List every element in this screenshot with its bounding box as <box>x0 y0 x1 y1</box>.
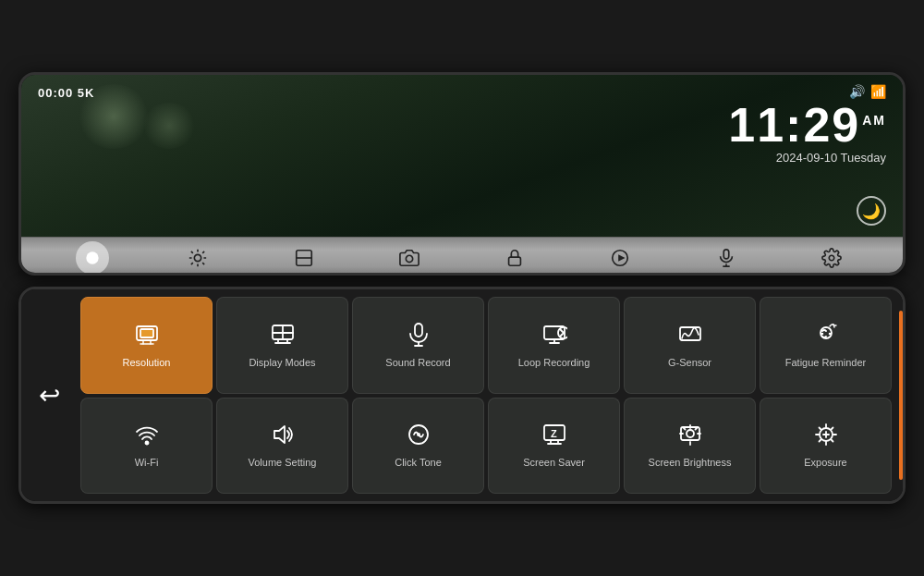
volume-setting-icon <box>270 422 296 451</box>
layout-icon <box>294 248 314 268</box>
top-mirror-device: 00:00 5K 🔊 📶 11:29AM 2024-09-10 Tuesday … <box>18 72 906 276</box>
svg-point-44 <box>417 433 420 436</box>
back-arrow-icon[interactable]: ↩ <box>39 380 60 411</box>
svg-point-19 <box>829 255 834 261</box>
svg-line-63 <box>819 428 821 430</box>
svg-point-0 <box>86 251 98 263</box>
svg-line-66 <box>819 440 821 442</box>
svg-text:Z: Z <box>551 428 557 439</box>
svg-rect-16 <box>723 250 729 259</box>
svg-rect-21 <box>140 329 153 337</box>
speaker-icon: 🔊 <box>849 84 865 99</box>
resolution-label: Resolution <box>123 357 171 369</box>
mirror-screen: 00:00 5K 🔊 📶 11:29AM 2024-09-10 Tuesday … <box>21 75 903 237</box>
wifi-signal-icon: 📶 <box>870 84 886 99</box>
menu-item-exposure[interactable]: Exposure <box>760 398 892 495</box>
screen-brightness-label: Screen Brightness <box>649 457 732 469</box>
mic-button[interactable] <box>710 241 743 275</box>
loop-recording-icon <box>541 322 567 351</box>
resolution-icon <box>134 322 160 351</box>
camera-icon <box>399 248 419 268</box>
display-modes-icon <box>270 322 296 351</box>
layout-button[interactable] <box>287 241 321 275</box>
menu-item-sound-record[interactable]: Sound Record <box>352 297 484 394</box>
menu-item-fatigue-reminder[interactable]: Fatigue Reminder <box>760 297 892 394</box>
exposure-icon <box>813 422 839 451</box>
mirror-toolbar <box>21 237 903 276</box>
fatigue-reminder-label: Fatigue Reminder <box>785 357 866 369</box>
mic-icon <box>716 248 736 268</box>
svg-marker-15 <box>619 254 626 261</box>
svg-line-5 <box>203 263 205 264</box>
menu-item-click-tone[interactable]: Click Tone <box>352 398 484 495</box>
brightness-button[interactable] <box>181 241 214 275</box>
menu-item-g-sensor[interactable]: G-Sensor <box>624 297 756 394</box>
svg-rect-13 <box>509 257 521 265</box>
click-tone-label: Click Tone <box>395 457 442 469</box>
status-icons: 🔊 📶 <box>728 84 886 99</box>
settings-icon <box>821 248 842 268</box>
display-modes-label: Display Modes <box>249 357 315 369</box>
clock-ampm: AM <box>862 113 886 128</box>
exposure-label: Exposure <box>804 457 846 469</box>
night-mode-icon[interactable]: 🌙 <box>857 196 886 226</box>
bottom-menu-device: ↩ Resolution <box>18 287 906 504</box>
svg-line-9 <box>203 251 205 253</box>
menu-item-wifi[interactable]: Wi-Fi <box>80 398 213 495</box>
svg-line-64 <box>831 440 833 442</box>
sound-record-icon <box>406 322 432 351</box>
menu-item-screen-saver[interactable]: Z Screen Saver <box>488 398 620 495</box>
settings-menu-grid: Resolution Display Modes <box>77 289 895 501</box>
loop-recording-label: Loop Recording <box>518 357 590 369</box>
wifi-icon <box>134 422 160 451</box>
screen-saver-label: Screen Saver <box>523 457 585 469</box>
svg-point-41 <box>145 442 148 445</box>
svg-point-51 <box>687 430 694 437</box>
menu-item-resolution[interactable]: Resolution <box>80 297 213 394</box>
back-button-area[interactable]: ↩ <box>21 289 77 501</box>
playback-icon <box>610 248 630 268</box>
clock-date: 2024-09-10 Tuesday <box>728 151 886 165</box>
record-button[interactable] <box>76 241 109 275</box>
wifi-label: Wi-Fi <box>135 457 159 469</box>
svg-line-65 <box>831 428 833 430</box>
g-sensor-label: G-Sensor <box>668 357 711 369</box>
svg-marker-42 <box>274 426 285 443</box>
sound-record-label: Sound Record <box>385 357 450 369</box>
lock-icon <box>505 248 525 268</box>
screen-saver-icon: Z <box>541 422 567 451</box>
g-sensor-icon <box>677 322 703 351</box>
settings-button[interactable] <box>815 241 848 275</box>
record-icon <box>83 249 102 267</box>
volume-setting-label: Volume Setting <box>249 457 317 469</box>
menu-item-loop-recording[interactable]: Loop Recording <box>488 297 620 394</box>
lock-button[interactable] <box>498 241 531 275</box>
recording-timecode: 00:00 5K <box>38 86 94 100</box>
fatigue-reminder-icon <box>813 322 839 351</box>
clock-time: 11:29AM <box>728 101 886 149</box>
screen-brightness-icon <box>677 422 703 451</box>
svg-line-4 <box>191 251 193 253</box>
click-tone-icon <box>406 422 432 451</box>
menu-item-screen-brightness[interactable]: Screen Brightness <box>624 398 756 495</box>
clock-display: 🔊 📶 11:29AM 2024-09-10 Tuesday <box>728 84 886 165</box>
menu-item-display-modes[interactable]: Display Modes <box>216 297 348 394</box>
menu-item-volume-setting[interactable]: Volume Setting <box>216 398 348 495</box>
camera-button[interactable] <box>393 241 426 275</box>
svg-rect-31 <box>415 324 422 337</box>
bottom-screen: ↩ Resolution <box>21 289 903 501</box>
recording-info: 00:00 5K <box>38 86 94 100</box>
svg-point-1 <box>195 254 201 261</box>
brightness-icon <box>188 248 208 268</box>
svg-point-12 <box>406 255 412 262</box>
playback-button[interactable] <box>603 241 637 275</box>
svg-line-8 <box>191 263 193 264</box>
